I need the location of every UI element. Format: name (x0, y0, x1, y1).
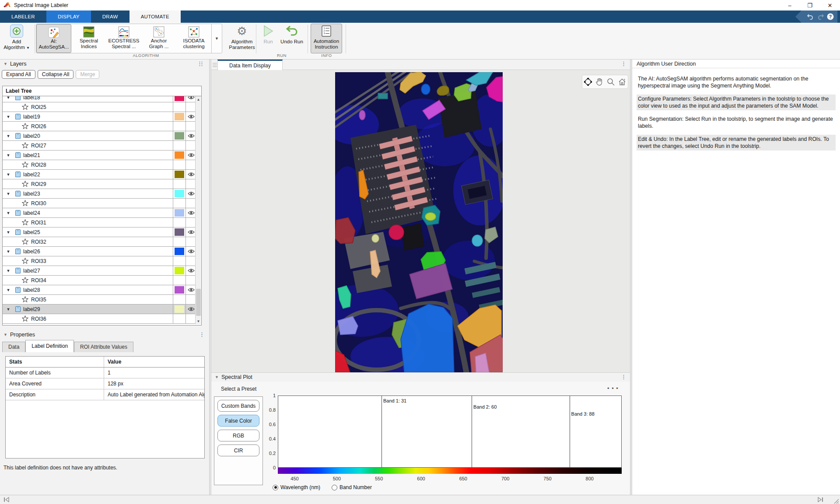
label-color-cell[interactable] (173, 150, 186, 160)
expand-triangle-icon[interactable]: ▼ (5, 115, 11, 119)
visibility-cell[interactable] (186, 96, 196, 102)
eye-icon[interactable] (188, 133, 195, 138)
visibility-cell[interactable] (186, 112, 196, 121)
label-color-swatch[interactable] (175, 248, 184, 255)
roi-name[interactable]: ROI26 (31, 123, 46, 130)
radio-band-number[interactable]: Band Number (332, 484, 372, 490)
plot-area[interactable] (278, 396, 622, 468)
scroll-down-icon[interactable]: ▼ (196, 318, 201, 324)
label-color-cell[interactable] (173, 228, 186, 237)
collapse-icon[interactable]: ▼ (215, 375, 219, 379)
roi-item[interactable]: ROI26 (3, 122, 173, 131)
roi-item[interactable]: ROI31 (3, 218, 173, 227)
band-marker-line[interactable] (570, 396, 570, 467)
preset-rgb-button[interactable]: RGB (217, 430, 259, 441)
collapse-icon[interactable]: ▼ (4, 332, 7, 337)
label-color-swatch[interactable] (175, 132, 184, 140)
visibility-cell[interactable] (186, 170, 196, 179)
label-name[interactable]: label27 (23, 268, 40, 274)
visibility-cell[interactable] (186, 247, 196, 256)
label-color-cell[interactable] (173, 96, 186, 102)
band-marker-line[interactable] (382, 396, 382, 467)
gallery-expand-icon[interactable]: ▼ (211, 24, 222, 53)
ribbon-tab-draw[interactable]: DRAW (91, 10, 130, 23)
roi-name[interactable]: ROI34 (31, 277, 46, 284)
gallery-item-ecostress[interactable]: ECOSTRESSSpectral ... (106, 24, 141, 53)
tree-row-label27[interactable]: ▼label27 (3, 266, 196, 276)
label-name[interactable]: label25 (23, 229, 40, 235)
eye-icon[interactable] (188, 114, 195, 119)
eye-icon[interactable] (188, 210, 195, 215)
tree-scrollbar[interactable]: ▲ ▼ (195, 96, 201, 324)
label-name[interactable]: label23 (23, 191, 40, 197)
roi-item[interactable]: ROI28 (3, 160, 173, 169)
label-item[interactable]: ▼label18 (3, 96, 173, 102)
band-marker-line[interactable] (472, 396, 472, 467)
gallery-item-isodata[interactable]: ISODATAclustering (176, 24, 211, 53)
label-color-swatch[interactable] (175, 171, 184, 178)
eye-icon[interactable] (188, 230, 195, 234)
tab-data-item-display[interactable]: Data Item Display (217, 60, 283, 70)
roi-select-icon[interactable] (584, 77, 592, 86)
collapse-all-button[interactable]: Collapse All (38, 70, 74, 79)
gallery-item-spectral[interactable]: SpectralIndices (71, 24, 106, 53)
label-color-swatch[interactable] (175, 190, 184, 197)
visibility-cell[interactable] (186, 189, 196, 198)
collapse-right-icon[interactable] (817, 497, 823, 502)
roi-item[interactable]: ROI34 (3, 276, 173, 285)
radio-icon[interactable] (273, 485, 278, 490)
label-item[interactable]: ▼label23 (3, 189, 173, 198)
label-color-swatch[interactable] (175, 286, 184, 294)
expand-all-button[interactable]: Expand All (2, 70, 35, 79)
scroll-up-icon[interactable]: ▲ (196, 96, 201, 102)
radio-icon[interactable] (332, 485, 337, 490)
tree-row-roi35[interactable]: ROI35 (3, 295, 196, 304)
roi-name[interactable]: ROI30 (31, 200, 46, 206)
properties-menu-icon[interactable]: ⋮ (199, 332, 205, 337)
label-item[interactable]: ▼label26 (3, 247, 173, 256)
label-name[interactable]: label20 (23, 133, 40, 139)
label-item[interactable]: ▼label24 (3, 208, 173, 217)
label-name[interactable]: label24 (23, 210, 40, 216)
tree-row-roi32[interactable]: ROI32 (3, 237, 196, 247)
tree-row-roi30[interactable]: ROI30 (3, 199, 196, 208)
scrollbar-thumb[interactable] (196, 289, 201, 316)
label-color-cell[interactable] (173, 208, 186, 217)
roi-name[interactable]: ROI25 (31, 104, 46, 110)
expand-triangle-icon[interactable]: ▼ (5, 307, 11, 312)
roi-item[interactable]: ROI36 (3, 314, 173, 323)
preset-custom-bands-button[interactable]: Custom Bands (217, 400, 259, 412)
eye-icon[interactable] (188, 268, 195, 273)
tree-row-label25[interactable]: ▼label25 (3, 228, 196, 237)
label-color-swatch[interactable] (175, 151, 184, 159)
tree-row-roi26[interactable]: ROI26 (3, 122, 196, 131)
preset-cir-button[interactable]: CIR (217, 444, 259, 456)
expand-triangle-icon[interactable]: ▼ (5, 230, 11, 234)
label-item[interactable]: ▼label21 (3, 150, 173, 160)
roi-item[interactable]: ROI33 (3, 256, 173, 266)
radio-wavelength-nm-[interactable]: Wavelength (nm) (273, 484, 320, 490)
label-color-swatch[interactable] (175, 209, 184, 217)
spectral-menu-icon[interactable]: ⋮ (621, 375, 626, 379)
tree-row-roi28[interactable]: ROI28 (3, 160, 196, 170)
restore-button[interactable]: ❐ (800, 0, 820, 10)
expand-triangle-icon[interactable]: ▼ (5, 153, 11, 158)
expand-triangle-icon[interactable]: ▼ (5, 269, 11, 273)
visibility-cell[interactable] (186, 228, 196, 237)
home-icon[interactable] (618, 77, 626, 86)
label-color-swatch[interactable] (175, 96, 184, 101)
expand-triangle-icon[interactable]: ▼ (5, 134, 11, 138)
label-color-swatch[interactable] (175, 267, 184, 274)
roi-name[interactable]: ROI29 (31, 181, 46, 187)
eye-icon[interactable] (188, 249, 195, 254)
roi-name[interactable]: ROI36 (31, 316, 46, 322)
algorithm-parameters-button[interactable]: ⚙ AlgorithmParameters (228, 24, 256, 50)
help-icon[interactable]: ? (827, 13, 834, 20)
roi-name[interactable]: ROI33 (31, 258, 46, 264)
tree-row-roi25[interactable]: ROI25 (3, 102, 196, 112)
roi-item[interactable]: ROI35 (3, 295, 173, 304)
tree-row-label29[interactable]: ▼label29 (3, 304, 196, 314)
ribbon-tab-labeler[interactable]: LABELER (0, 10, 46, 23)
visibility-cell[interactable] (186, 208, 196, 217)
direction-menu-icon[interactable]: ⋮ (197, 62, 203, 66)
